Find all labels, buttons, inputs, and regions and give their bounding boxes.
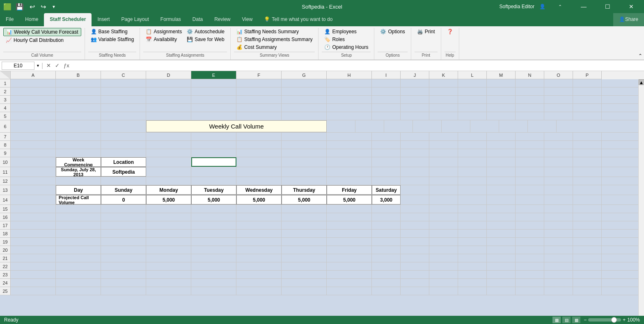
cell-o24[interactable] <box>544 279 573 287</box>
cell-l9[interactable] <box>458 149 487 157</box>
cell-a23[interactable] <box>11 271 56 278</box>
zoom-out-btn[interactable]: − <box>584 317 587 323</box>
cell-l4[interactable] <box>458 104 487 112</box>
cell-j11[interactable] <box>401 167 429 177</box>
cell-l8[interactable] <box>458 141 487 149</box>
cell-b24[interactable] <box>56 279 101 287</box>
cell-l1[interactable] <box>458 79 487 87</box>
cell-o19[interactable] <box>544 238 573 246</box>
btn-cost-summary[interactable]: 💰 Cost Summary <box>234 44 315 51</box>
cell-c14-sunday-val[interactable]: 0 <box>101 195 146 205</box>
cell-p1[interactable] <box>573 79 602 87</box>
cell-m5[interactable] <box>487 112 516 120</box>
tab-page-layout[interactable]: Page Layout <box>115 13 154 26</box>
cell-e8[interactable] <box>191 141 236 149</box>
col-header-i[interactable]: I <box>372 71 401 79</box>
cell-l11[interactable] <box>458 167 487 177</box>
cell-g18[interactable] <box>282 230 327 237</box>
close-btn[interactable]: ✕ <box>622 0 641 13</box>
cell-f25[interactable] <box>236 287 282 295</box>
cell-i8[interactable] <box>372 141 401 149</box>
cell-d14-monday-val[interactable]: 5,000 <box>146 195 191 205</box>
cell-p9[interactable] <box>573 149 602 157</box>
cell-j12[interactable] <box>401 177 429 185</box>
cell-p3[interactable] <box>573 96 602 103</box>
cell-c22[interactable] <box>101 262 146 270</box>
cell-n12[interactable] <box>516 177 544 185</box>
col-header-b[interactable]: B <box>56 71 101 79</box>
cell-a3[interactable] <box>11 96 56 103</box>
row-header-17[interactable]: 17 <box>0 221 11 230</box>
cell-i16[interactable] <box>372 213 401 221</box>
cell-m23[interactable] <box>487 271 516 278</box>
cell-b5[interactable] <box>56 112 101 120</box>
ribbon-collapse-btn[interactable]: ⌃ <box>550 0 569 13</box>
page-layout-view-btn[interactable]: ▤ <box>562 317 571 323</box>
cell-j13[interactable] <box>401 185 429 195</box>
col-header-p[interactable]: P <box>573 71 602 79</box>
cell-f3[interactable] <box>236 96 282 103</box>
cell-n9[interactable] <box>516 149 544 157</box>
cell-o5[interactable] <box>544 112 573 120</box>
cell-n2[interactable] <box>516 87 544 95</box>
cell-d24[interactable] <box>146 279 191 287</box>
cell-i7[interactable] <box>372 133 401 140</box>
cell-i4[interactable] <box>372 104 401 112</box>
cell-e16[interactable] <box>191 213 236 221</box>
cell-h22[interactable] <box>327 262 372 270</box>
cell-h20[interactable] <box>327 246 372 254</box>
cell-b4[interactable] <box>56 104 101 112</box>
row-header-18[interactable]: 18 <box>0 230 11 238</box>
btn-print[interactable]: 🖨️ Print <box>415 28 438 35</box>
cell-m9[interactable] <box>487 149 516 157</box>
cell-m17[interactable] <box>487 221 516 229</box>
cell-j19[interactable] <box>401 238 429 246</box>
cell-g12[interactable] <box>282 177 327 185</box>
normal-view-btn[interactable]: ▦ <box>552 317 561 323</box>
cell-d3[interactable] <box>146 96 191 103</box>
row-header-5[interactable]: 5 <box>0 112 11 120</box>
cell-k1[interactable] <box>429 79 458 87</box>
tab-view[interactable]: View <box>236 13 259 26</box>
cell-e3[interactable] <box>191 96 236 103</box>
page-break-view-btn[interactable]: ▦ <box>572 317 580 323</box>
cell-m6[interactable] <box>442 120 470 132</box>
cell-h16[interactable] <box>327 213 372 221</box>
cell-m13[interactable] <box>487 185 516 195</box>
cell-c19[interactable] <box>101 238 146 246</box>
cell-d18[interactable] <box>146 230 191 237</box>
row-header-12[interactable]: 12 <box>0 177 11 185</box>
cell-h12[interactable] <box>327 177 372 185</box>
cell-a14[interactable] <box>11 195 56 205</box>
cell-o25[interactable] <box>544 287 573 295</box>
cell-i13-saturday[interactable]: Saturday <box>372 185 401 195</box>
cell-h13-friday[interactable]: Friday <box>327 185 372 195</box>
maximize-btn[interactable]: ☐ <box>598 0 617 13</box>
tab-file[interactable]: File <box>0 13 19 26</box>
zoom-in-btn[interactable]: + <box>623 317 626 323</box>
cell-a15[interactable] <box>11 205 56 213</box>
cell-d7[interactable] <box>146 133 191 140</box>
cell-c16[interactable] <box>101 213 146 221</box>
cell-l13[interactable] <box>458 185 487 195</box>
cell-o14[interactable] <box>544 195 573 205</box>
cell-k14[interactable] <box>429 195 458 205</box>
cell-j4[interactable] <box>401 104 429 112</box>
cell-c25[interactable] <box>101 287 146 295</box>
cell-a19[interactable] <box>11 238 56 246</box>
col-header-a[interactable]: A <box>11 71 56 79</box>
btn-staffing-needs-summary[interactable]: 📊 Staffing Needs Summary <box>234 28 315 35</box>
btn-weekly-call-volume-forecast[interactable]: 📊 Weekly Call Volume Forecast <box>3 28 81 36</box>
cell-m4[interactable] <box>487 104 516 112</box>
row-header-8[interactable]: 8 <box>0 141 11 149</box>
row-header-16[interactable]: 16 <box>0 213 11 221</box>
row-header-21[interactable]: 21 <box>0 254 11 262</box>
cell-e5[interactable] <box>191 112 236 120</box>
cell-c11-location-value[interactable]: Softpedia <box>101 167 146 177</box>
cell-c21[interactable] <box>101 254 146 262</box>
cell-g8[interactable] <box>282 141 327 149</box>
cell-f2[interactable] <box>236 87 282 95</box>
cell-h21[interactable] <box>327 254 372 262</box>
cell-g7[interactable] <box>282 133 327 140</box>
cell-k11[interactable] <box>429 167 458 177</box>
